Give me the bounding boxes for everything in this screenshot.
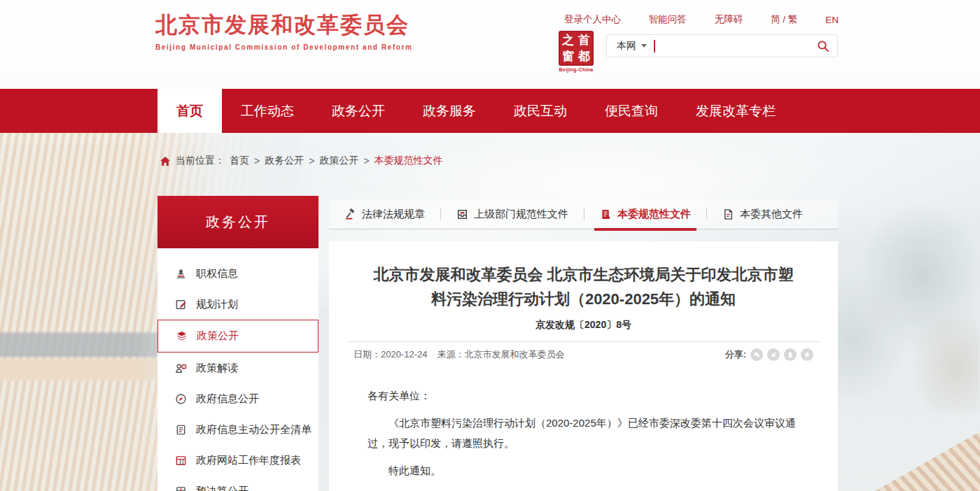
sidebar-item-label: 政府信息主动公开全清单 [196, 423, 312, 436]
nav-item-gov-services[interactable]: 政务服务 [404, 89, 495, 133]
paragraph: 特此通知。 [368, 460, 799, 481]
budget-icon [174, 485, 187, 491]
breadcrumb-separator: > [363, 155, 369, 166]
site-logo[interactable]: 北京市发展和改革委员会 Beijing Municipal Commission… [155, 11, 413, 51]
share-qzone-icon[interactable] [801, 348, 813, 361]
signature: 北京市发展和改革委员会 [368, 488, 799, 491]
article-card: 北京市发展和改革委员会 北京市生态环境局关于印发北京市塑料污染治理行动计划（20… [329, 241, 838, 491]
tab-label: 本委其他文件 [740, 208, 803, 221]
nav-item-home[interactable]: 首页 [158, 89, 222, 133]
sidebar-item-label: 政策公开 [197, 329, 239, 343]
breadcrumb-separator: > [309, 155, 314, 166]
search-bar: 本网 [606, 34, 838, 57]
inbox-icon [456, 208, 468, 220]
sidebar-item-website-annual-report[interactable]: 政府网站工作年度报表 [158, 445, 318, 476]
layers-icon [175, 330, 188, 343]
nav-items: 首页 工作动态 政务公开 政务服务 政民互动 便民查询 发展改革专栏 [158, 89, 980, 133]
doc-pen-icon [722, 208, 734, 220]
seal-icon: 之 首 窗 都 [559, 31, 594, 66]
article-date: 2020-12-24 [381, 349, 428, 360]
seal-char: 都 [576, 48, 592, 64]
breadcrumb-current[interactable]: 本委规范性文件 [374, 155, 443, 167]
sidebar-item-label: 政府信息公开 [196, 392, 259, 406]
sidebar-item-policy-interpretation[interactable]: 政策解读 [158, 353, 318, 383]
date-field: 日期：2020-12-24 [354, 348, 428, 361]
tab-superior-normative-docs[interactable]: 上级部门规范性文件 [441, 199, 584, 229]
seal-caption: Beijing-China [556, 67, 596, 72]
sidebar-title: 政务公开 [158, 196, 318, 248]
english-link[interactable]: EN [825, 15, 839, 25]
seal-char: 首 [576, 32, 592, 48]
share-weibo-icon[interactable] [767, 348, 780, 361]
sidebar-item-label: 职权信息 [196, 267, 238, 280]
breadcrumb-separator: > [254, 155, 260, 166]
sidebar-item-proactive-disclosure-list[interactable]: 政府信息主动公开全清单 [158, 414, 318, 445]
article-source: 北京市发展和改革委员会 [465, 349, 565, 360]
nav-item-reform-special[interactable]: 发展改革专栏 [677, 89, 794, 133]
document-tabs: 法律法规规章 上级部门规范性文件 本委规范性文件 [329, 199, 838, 229]
document-number: 京发改规〔2020〕8号 [368, 319, 799, 332]
tab-laws-regulations[interactable]: 法律法规规章 [329, 199, 440, 229]
breadcrumb-gov-disclosure[interactable]: 政务公开 [265, 155, 304, 167]
tab-label: 法律法规规章 [362, 208, 425, 221]
doc-list-icon [174, 423, 187, 436]
compass-icon [174, 392, 187, 405]
tab-commission-other-docs[interactable]: 本委其他文件 [707, 199, 818, 229]
sidebar-item-label: 政府网站工作年度报表 [196, 454, 301, 467]
nav-item-convenient-inquiry[interactable]: 便民查询 [586, 89, 677, 133]
breadcrumb-home[interactable]: 首页 [230, 155, 249, 167]
sidebar: 政务公开 职权信息 规划计划 政策公开 [158, 196, 318, 491]
article-title: 北京市发展和改革委员会 北京市生态环境局关于印发北京市塑料污染治理行动计划（20… [368, 262, 799, 311]
sidebar-item-budget-disclosure[interactable]: 预决算公开 [158, 476, 318, 491]
accessibility-link[interactable]: 无障碍 [715, 13, 743, 26]
article-meta: 日期：2020-12-24 来源：北京市发展和改革委员会 分享: [354, 342, 813, 367]
chevron-down-icon [641, 44, 647, 48]
simplified-traditional-toggle[interactable]: 简 / 繁 [771, 13, 797, 26]
nav-item-public-interaction[interactable]: 政民互动 [495, 89, 586, 133]
breadcrumb-prefix: 当前位置： [176, 155, 225, 167]
plan-doc-icon [174, 298, 187, 311]
sidebar-item-authority-info[interactable]: 职权信息 [158, 258, 318, 289]
paragraph: 《北京市塑料污染治理行动计划（2020-2025年）》已经市委深改委第十四次会议… [368, 413, 799, 453]
nav-item-gov-disclosure[interactable]: 政务公开 [313, 89, 404, 133]
red-doc-icon [600, 208, 612, 220]
person-chat-icon [174, 362, 187, 374]
breadcrumb-policy-disclosure[interactable]: 政策公开 [319, 155, 358, 167]
stamp-icon [174, 267, 187, 280]
smart-qa-link[interactable]: 智能问答 [649, 13, 687, 26]
report-table-icon [174, 454, 187, 467]
search-button[interactable] [809, 35, 837, 57]
seal-char: 之 [560, 32, 576, 48]
tab-label: 上级部门规范性文件 [474, 208, 568, 221]
sidebar-item-gov-info-disclosure[interactable]: 政府信息公开 [158, 383, 318, 414]
share-group: 分享: [725, 348, 813, 361]
capital-window-seal[interactable]: 之 首 窗 都 Beijing-China [556, 31, 596, 72]
sidebar-item-label: 政策解读 [196, 362, 238, 375]
source-field: 来源：北京市发展和改革委员会 [438, 348, 565, 361]
sidebar-item-planning[interactable]: 规划计划 [158, 289, 318, 320]
gavel-icon [344, 208, 356, 220]
site-title: 北京市发展和改革委员会 [155, 11, 413, 39]
nav-item-work-news[interactable]: 工作动态 [222, 89, 313, 133]
share-qq-icon[interactable] [784, 348, 797, 361]
article-meta-left: 日期：2020-12-24 来源：北京市发展和改革委员会 [354, 348, 565, 361]
tab-label: 本委规范性文件 [617, 208, 691, 221]
sidebar-item-label: 预决算公开 [196, 485, 248, 491]
salutation: 各有关单位： [368, 385, 799, 406]
search-input[interactable] [655, 35, 809, 57]
article-body: 各有关单位： 《北京市塑料污染治理行动计划（2020-2025年）》已经市委深改… [368, 385, 799, 491]
sidebar-item-policy-disclosure[interactable]: 政策公开 [158, 320, 318, 353]
site-subtitle: Beijing Municipal Commission of Developm… [155, 43, 413, 51]
seal-char: 窗 [560, 48, 576, 64]
login-personal-center-link[interactable]: 登录个人中心 [564, 13, 621, 26]
share-wechat-icon[interactable] [750, 348, 763, 361]
search-scope-label: 本网 [617, 40, 636, 52]
tab-commission-normative-docs[interactable]: 本委规范性文件 [584, 199, 706, 229]
utility-links: 登录个人中心 智能问答 无障碍 简 / 繁 EN [564, 13, 839, 26]
search-scope-dropdown[interactable]: 本网 [607, 40, 654, 52]
page: 北京市发展和改革委员会 Beijing Municipal Commission… [0, 0, 980, 491]
search-icon [817, 40, 830, 52]
sidebar-list: 职权信息 规划计划 政策公开 政策解读 [158, 248, 318, 491]
home-icon [160, 156, 171, 166]
share-label: 分享: [725, 348, 746, 361]
